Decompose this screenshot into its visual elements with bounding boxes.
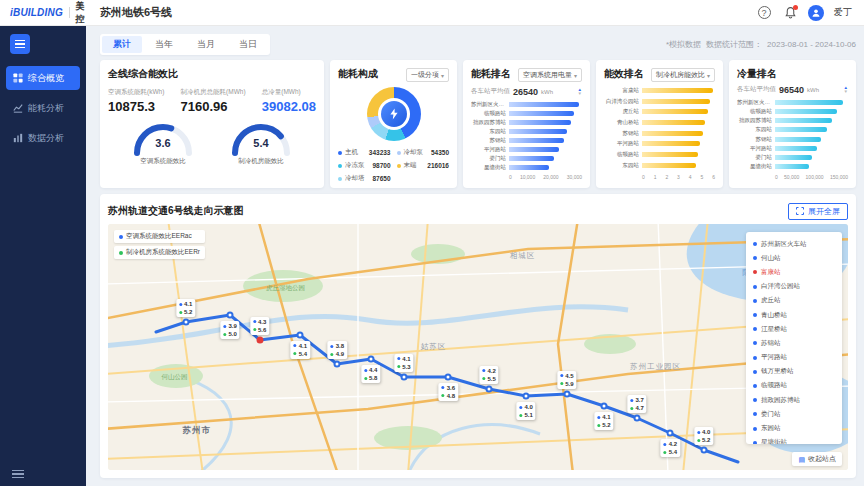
tab-累计[interactable]: 累计 (102, 36, 142, 53)
station-value-card[interactable]: 3.95.0 (220, 321, 239, 339)
station-list-item-钱万里桥站[interactable]: 钱万里桥站 (753, 365, 835, 379)
station-list-item-江星桥站[interactable]: 江星桥站 (753, 322, 835, 336)
station-value-card[interactable]: 4.05.1 (516, 402, 535, 420)
station-value-card[interactable]: 4.15.4 (291, 341, 310, 359)
energy-composition-donut[interactable] (367, 87, 421, 141)
rank-bar-row: 拙政园苏博站 (737, 117, 848, 125)
station-value-card[interactable]: 3.64.8 (439, 383, 458, 401)
eerac-dot (364, 369, 367, 372)
tab-当日[interactable]: 当日 (228, 36, 268, 53)
station-dot-苏州新区火车站[interactable] (182, 319, 189, 326)
station-value-card[interactable]: 3.84.9 (328, 341, 347, 359)
station-dot-何山站[interactable] (227, 312, 234, 319)
station-value-card[interactable]: 4.35.6 (250, 317, 269, 335)
eerac-value: 4.2 (487, 367, 495, 375)
bar-station-label: 青山桥站 (604, 119, 642, 126)
station-value-card[interactable]: 4.05.2 (694, 427, 713, 445)
station-list-item-何山站[interactable]: 何山站 (753, 251, 835, 265)
station-list-item-平河路站[interactable]: 平河路站 (753, 351, 835, 365)
sidebar-item-数据分析[interactable]: 数据分析 (6, 126, 80, 150)
tab-当月[interactable]: 当月 (186, 36, 226, 53)
station-dot-富康站[interactable] (256, 336, 263, 343)
bar-station-label: 娄门站 (737, 154, 775, 161)
station-list-item-拙政园苏博站[interactable]: 拙政园苏博站 (753, 393, 835, 407)
station-value-card[interactable]: 4.15.3 (394, 354, 413, 372)
legend-item: 冷却塔87650 (338, 172, 391, 185)
eerr-dot (294, 352, 297, 355)
tab-当年[interactable]: 当年 (144, 36, 184, 53)
station-dot-平河路站[interactable] (486, 385, 493, 392)
help-icon[interactable]: ? (756, 5, 772, 21)
bar (642, 99, 715, 104)
sort-toggle[interactable]: ▲▼ (844, 86, 848, 94)
eerr-value: 4.9 (336, 350, 344, 358)
station-dot-拙政园苏博站[interactable] (600, 403, 607, 410)
station-list-item-富康站[interactable]: 富康站 (753, 265, 835, 279)
station-value-card[interactable]: 4.45.8 (361, 365, 380, 383)
user-avatar[interactable] (808, 5, 824, 21)
station-list-item-苏锦站[interactable]: 苏锦站 (753, 336, 835, 350)
composition-level-dropdown[interactable]: 一级分项 ▾ (406, 68, 449, 82)
notification-bell-icon[interactable] (782, 5, 798, 21)
eerr-value: 5.2 (602, 421, 610, 429)
sidebar-item-综合概览[interactable]: 综合概览 (6, 66, 80, 90)
eerac-dot (253, 320, 256, 323)
eerr-dot (223, 333, 226, 336)
station-list-item-星塘街站[interactable]: 星塘街站 (753, 436, 835, 444)
station-value-card[interactable]: 3.74.7 (627, 395, 646, 413)
station-dot-苏锦站[interactable] (445, 373, 452, 380)
station-dot-青山桥站[interactable] (367, 356, 374, 363)
station-dot-icon (753, 327, 757, 331)
rank-axis: 010,00020,00030,000 (471, 172, 582, 180)
station-value-card[interactable]: 4.25.5 (479, 366, 498, 384)
eerr-dot (442, 394, 445, 397)
station-dot-icon (753, 356, 757, 360)
station-dot-临顿路站[interactable] (563, 390, 570, 397)
station-list-item-东园站[interactable]: 东园站 (753, 421, 835, 435)
sort-toggle[interactable]: ▲▼ (578, 88, 582, 96)
station-list-item-娄门站[interactable]: 娄门站 (753, 407, 835, 421)
basemap (108, 224, 848, 470)
station-value-card[interactable]: 4.25.4 (661, 439, 680, 457)
sidebar-item-能耗分析[interactable]: 能耗分析 (6, 96, 80, 120)
station-value-card[interactable]: 4.15.2 (176, 299, 195, 317)
station-dot-江星桥站[interactable] (401, 373, 408, 380)
station-dot-星塘街站[interactable] (700, 447, 707, 454)
energy-rank-dropdown[interactable]: 空调系统用电量 ▾ (518, 68, 582, 82)
station-list-item-青山桥站[interactable]: 青山桥站 (753, 308, 835, 322)
station-dot-东园站[interactable] (667, 430, 674, 437)
overview-stat: 总冷量(MWh)39082.08 (262, 88, 316, 114)
station-dot-娄门站[interactable] (634, 415, 641, 422)
efficiency-rank-card: 能效排名 制冷机房能效比 ▾ 富康站白洋湾公园站虎丘站青山桥站苏锦站平河路站临顿… (596, 60, 723, 188)
map-legend-chip: 制冷机房系统能效比EERr (114, 246, 205, 259)
station-dot-虎丘站[interactable] (334, 361, 341, 368)
map-region[interactable]: 空调系统能效比EERac制冷机房系统能效比EERr 相城区姑苏区苏州市苏州工业园… (108, 224, 848, 470)
station-list-item-临顿路站[interactable]: 临顿路站 (753, 379, 835, 393)
bar-station-label: 娄门站 (471, 155, 509, 162)
bar-station-label: 临顿路站 (471, 110, 509, 117)
sidebar-bottom-menu-icon[interactable] (12, 470, 28, 479)
cooling-rank-title: 冷量排名 (737, 68, 777, 80)
kpi-cards-row: 全线综合能效比 空调系统能耗(kWh)10875.3制冷机房总能耗(MWh)71… (100, 60, 856, 188)
station-value-card[interactable]: 4.55.9 (557, 371, 576, 389)
user-name[interactable]: 爱丁 (834, 6, 852, 19)
avatar-icon (808, 5, 824, 21)
efficiency-rank-dropdown[interactable]: 制冷机房能效比 ▾ (651, 68, 715, 82)
station-list-item-苏州新区火车站[interactable]: 苏州新区火车站 (753, 237, 835, 251)
fullscreen-button[interactable]: 展开全屏 (788, 203, 848, 220)
bar-station-label: 平河路站 (471, 146, 509, 153)
rank-bar-row: 苏州新区火车站 (737, 98, 848, 106)
eerr-value: 5.5 (487, 375, 495, 383)
station-list-item-白洋湾公园站[interactable]: 白洋湾公园站 (753, 280, 835, 294)
collapse-stations-button[interactable]: ▤ 收起站点 (792, 452, 842, 466)
station-list-item-虎丘站[interactable]: 虎丘站 (753, 294, 835, 308)
station-dot-白洋湾公园站[interactable] (297, 331, 304, 338)
efficiency-rank-title: 能效排名 (604, 68, 644, 80)
station-value-card[interactable]: 4.15.2 (594, 412, 613, 430)
sidebar-collapse-icon[interactable] (10, 34, 30, 54)
gauge-value: 5.4 (229, 137, 293, 149)
avg-unit: kWh (541, 89, 553, 95)
station-dot-钱万里桥站[interactable] (523, 393, 530, 400)
eerac-value: 4.3 (258, 318, 266, 326)
eerac-dot (331, 345, 334, 348)
